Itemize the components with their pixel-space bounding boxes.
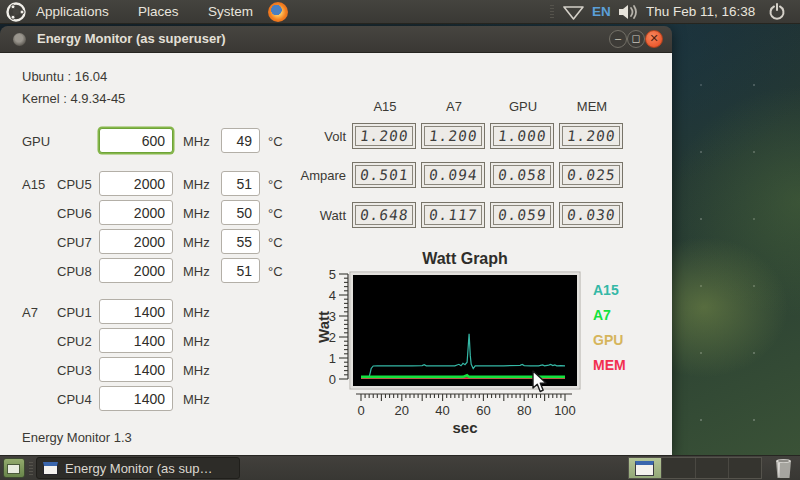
watt-gpu-display: 0.059 (490, 202, 554, 228)
window-icon (13, 33, 26, 46)
cpu8-temp-input[interactable] (221, 258, 260, 283)
clock[interactable]: Thu Feb 11, 16:38 (646, 4, 755, 19)
cpu2-label: CPU2 (57, 334, 92, 349)
cpu7-temp-unit: °C (268, 235, 283, 250)
ubuntu-logo-icon[interactable] (6, 2, 26, 26)
svg-text:60: 60 (476, 403, 490, 418)
workspace-window-thumb (635, 461, 654, 476)
cpu2-freq-unit: MHz (183, 334, 210, 349)
panel-grip[interactable] (550, 5, 554, 19)
menu-system[interactable]: System (204, 4, 257, 19)
keyboard-indicator[interactable]: EN (592, 4, 611, 19)
legend-mem: MEM (593, 357, 663, 382)
svg-text:40: 40 (435, 403, 449, 418)
cpu6-freq-input[interactable] (99, 200, 173, 225)
chart-legend: A15 A7 GPU MEM (593, 282, 663, 382)
cpu8-temp-unit: °C (268, 264, 283, 279)
cpu1-freq-unit: MHz (183, 305, 210, 320)
svg-text:100: 100 (554, 403, 576, 418)
a15-group-label: A15 (22, 177, 45, 192)
gpu-group-label: GPU (22, 134, 50, 149)
workspace-2[interactable] (662, 458, 695, 478)
cpu5-temp-input[interactable] (221, 171, 260, 196)
meter-col-mem: MEM (559, 99, 625, 114)
top-panel: Applications Places System EN Thu Feb 11… (0, 0, 800, 24)
taskbar-grip[interactable] (29, 462, 33, 476)
watt-mem-display: 0.030 (559, 202, 623, 228)
cpu8-label: CPU8 (57, 264, 92, 279)
menu-places[interactable]: Places (134, 4, 183, 19)
a7-group-label: A7 (22, 305, 38, 320)
svg-text:3: 3 (329, 309, 336, 324)
desktop: Applications Places System EN Thu Feb 11… (0, 0, 800, 480)
volume-icon[interactable] (618, 4, 640, 24)
cpu7-temp-input[interactable] (221, 229, 260, 254)
volt-a7-display: 1.200 (421, 123, 485, 149)
cpu3-label: CPU3 (57, 363, 92, 378)
watt-graph: 012345020406080100 (300, 267, 590, 427)
cpu6-freq-unit: MHz (183, 206, 210, 221)
cpu8-freq-unit: MHz (183, 264, 210, 279)
legend-gpu: GPU (593, 332, 663, 357)
cpu6-label: CPU6 (57, 206, 92, 221)
os-info: Ubuntu : 16.04 (22, 69, 107, 84)
meter-col-a7: A7 (421, 99, 487, 114)
volt-gpu-display: 1.000 (490, 123, 554, 149)
maximize-button[interactable]: ◻ (627, 30, 645, 48)
svg-text:1: 1 (329, 351, 336, 366)
meter-col-a15: A15 (352, 99, 418, 114)
task-button-energy-monitor[interactable]: Energy Monitor (as sup… (36, 457, 240, 479)
workspace-switcher (628, 457, 762, 479)
watt-a7-display: 0.117 (421, 202, 485, 228)
close-button[interactable]: ✕ (645, 30, 663, 48)
watt-a15-display: 0.648 (352, 202, 416, 228)
svg-text:20: 20 (395, 403, 409, 418)
minimize-button[interactable]: – (609, 30, 627, 48)
legend-a7: A7 (593, 307, 663, 332)
gpu-temp-input[interactable] (221, 128, 260, 153)
cpu7-freq-input[interactable] (99, 229, 173, 254)
workspace-1[interactable] (629, 458, 662, 478)
chart-x-axis-label: sec (352, 419, 578, 436)
workspace-4[interactable] (729, 458, 761, 478)
cpu4-freq-unit: MHz (183, 392, 210, 407)
power-icon[interactable] (768, 3, 786, 25)
menu-applications[interactable]: Applications (32, 4, 113, 19)
energy-monitor-window: Energy Monitor (as superuser) – ◻ ✕ Ubun… (0, 26, 672, 455)
network-icon[interactable] (562, 4, 585, 24)
window-body: Ubuntu : 16.04 Kernel : 4.9.34-45 GPU MH… (0, 53, 672, 455)
window-mini-icon (43, 462, 58, 475)
gpu-freq-unit: MHz (183, 134, 210, 149)
cpu5-freq-input[interactable] (99, 171, 173, 196)
cpu7-freq-unit: MHz (183, 235, 210, 250)
svg-text:2: 2 (329, 330, 336, 345)
titlebar[interactable]: Energy Monitor (as superuser) – ◻ ✕ (0, 26, 672, 53)
volt-mem-display: 1.200 (559, 123, 623, 149)
cpu1-freq-input[interactable] (99, 299, 173, 324)
mouse-cursor (531, 370, 549, 398)
task-button-label: Energy Monitor (as sup… (65, 461, 212, 476)
cpu5-label: CPU5 (57, 177, 92, 192)
window-title: Energy Monitor (as superuser) (37, 31, 226, 46)
chart-title: Watt Graph (352, 250, 578, 268)
volt-a15-display: 1.200 (352, 123, 416, 149)
gpu-freq-input[interactable] (99, 128, 173, 153)
cpu8-freq-input[interactable] (99, 258, 173, 283)
workspace-3[interactable] (696, 458, 729, 478)
cpu3-freq-input[interactable] (99, 357, 173, 382)
svg-text:4: 4 (329, 288, 336, 303)
cpu5-freq-unit: MHz (183, 177, 210, 192)
ampare-gpu-display: 0.058 (490, 162, 554, 188)
legend-a15: A15 (593, 282, 663, 307)
svg-text:0: 0 (329, 372, 336, 387)
meter-row-ampare-label: Ampare (280, 168, 346, 183)
cpu6-temp-input[interactable] (221, 200, 260, 225)
ampare-a7-display: 0.094 (421, 162, 485, 188)
cpu4-freq-input[interactable] (99, 386, 173, 411)
show-desktop-button[interactable] (3, 458, 25, 478)
firefox-icon[interactable] (268, 2, 288, 22)
svg-text:0: 0 (357, 403, 364, 418)
meter-row-volt-label: Volt (280, 129, 346, 144)
trash-icon[interactable] (774, 458, 793, 480)
cpu2-freq-input[interactable] (99, 328, 173, 353)
